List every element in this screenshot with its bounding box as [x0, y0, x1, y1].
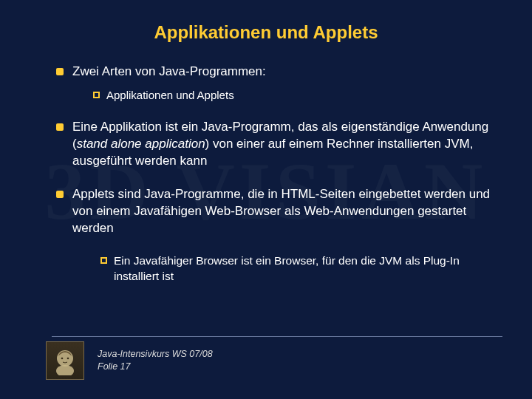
svg-point-1: [56, 365, 74, 375]
slide-title: Applikationen und Applets: [30, 22, 502, 43]
sub-bullet-list: Applikationen und Applets: [72, 88, 502, 103]
svg-point-2: [61, 358, 64, 360]
bullet-item: Applets sind Java-Programme, die in HTML…: [59, 186, 502, 237]
sub-bullet-list: Ein Javafähiger Browser ist ein Browser,…: [80, 253, 502, 284]
bullet-text: Zwei Arten von Java-Programmen:: [72, 64, 266, 78]
svg-point-0: [57, 350, 73, 366]
bullet-text-italic: stand alone application: [77, 137, 205, 151]
svg-point-3: [67, 358, 69, 360]
slide-container: Applikationen und Applets Zwei Arten von…: [0, 0, 532, 399]
bullet-item: Zwei Arten von Java-Programmen: Applikat…: [59, 64, 502, 103]
footer-folio: Folie 17: [98, 361, 213, 373]
goethe-portrait-icon: [50, 346, 80, 375]
bullet-text: Applets sind Java-Programme, die in HTML…: [72, 187, 490, 235]
sub-bullet-item: Applikationen und Applets: [93, 88, 502, 103]
bullet-list: Zwei Arten von Java-Programmen: Applikat…: [30, 64, 502, 237]
footer-course: Java-Intensivkurs WS 07/08: [98, 348, 213, 361]
bullet-item: Eine Applikation ist ein Java-Programm, …: [59, 119, 502, 170]
sub-bullet-text: Applikationen und Applets: [106, 89, 234, 101]
slide-footer: Java-Intensivkurs WS 07/08 Folie 17: [52, 336, 502, 380]
footer-text-block: Java-Intensivkurs WS 07/08 Folie 17: [98, 348, 213, 373]
sub-bullet-item: Ein Javafähiger Browser ist ein Browser,…: [100, 253, 502, 284]
sub-bullet-text: Ein Javafähiger Browser ist ein Browser,…: [114, 254, 460, 282]
university-logo: [46, 341, 84, 380]
